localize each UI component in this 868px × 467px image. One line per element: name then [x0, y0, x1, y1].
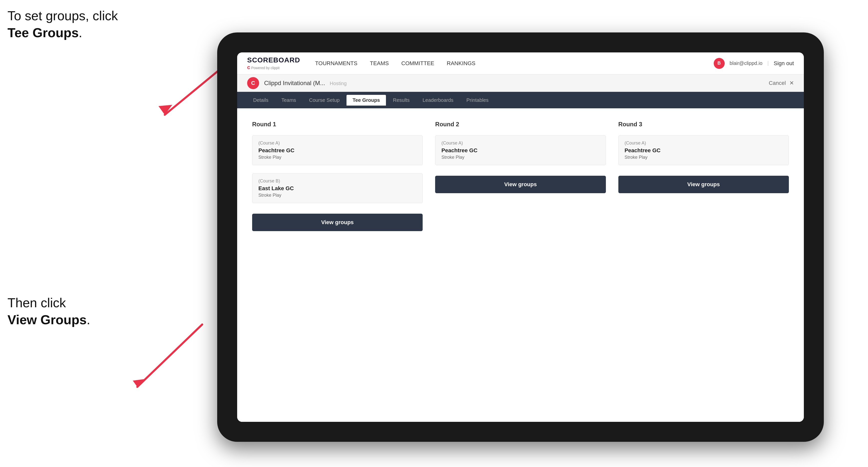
tab-course-setup[interactable]: Course Setup [303, 95, 345, 105]
navbar: SCOREBOARD cPowered by clippit TOURNAMEN… [237, 53, 804, 74]
nav-committee[interactable]: COMMITTEE [401, 58, 434, 69]
tablet-screen: SCOREBOARD cPowered by clippit TOURNAMEN… [237, 53, 804, 422]
sub-tabs: Details Teams Course Setup Tee Groups Re… [237, 92, 804, 108]
logo-area: SCOREBOARD cPowered by clippit [247, 56, 300, 71]
round-1-course-a-card: (Course A) Peachtree GC Stroke Play [252, 135, 423, 165]
nav-teams[interactable]: TEAMS [370, 58, 389, 69]
cancel-button[interactable]: Cancel ✕ [769, 80, 794, 86]
logo-text: SCOREBOARD [247, 56, 300, 64]
tournament-name: Clippd Invitational (M... Hosting [264, 80, 769, 87]
round-2-course-a-card: (Course A) Peachtree GC Stroke Play [435, 135, 606, 165]
round-2-course-a-name: Peachtree GC [441, 147, 599, 154]
round-1-course-b-format: Stroke Play [258, 193, 416, 198]
round-1-course-a-name: Peachtree GC [258, 147, 416, 154]
round-3-course-a-label: (Course A) [625, 141, 783, 146]
nav-links: TOURNAMENTS TEAMS COMMITTEE RANKINGS [315, 58, 713, 69]
round-1-course-a-label: (Course A) [258, 141, 416, 146]
round-2-course-a-format: Stroke Play [441, 155, 599, 160]
tab-teams[interactable]: Teams [275, 95, 302, 105]
round-2-section: Round 2 (Course A) Peachtree GC Stroke P… [435, 121, 606, 231]
tournament-logo: C [247, 77, 259, 89]
instruction-top: To set groups, click Tee Groups. [7, 7, 118, 41]
user-avatar: B [714, 58, 725, 69]
round-3-course-a-card: (Course A) Peachtree GC Stroke Play [618, 135, 789, 165]
tab-leaderboards[interactable]: Leaderboards [417, 95, 459, 105]
round-2-title: Round 2 [435, 121, 606, 128]
round-2-course-a-label: (Course A) [441, 141, 599, 146]
round-3-course-a-name: Peachtree GC [625, 147, 783, 154]
svg-line-2 [137, 324, 202, 387]
tab-details[interactable]: Details [247, 95, 274, 105]
tournament-bar: C Clippd Invitational (M... Hosting Canc… [237, 74, 804, 92]
rounds-grid: Round 1 (Course A) Peachtree GC Stroke P… [252, 121, 789, 231]
round-2-view-groups-button[interactable]: View groups [435, 176, 606, 193]
sign-out-link[interactable]: Sign out [774, 58, 794, 69]
round-3-title: Round 3 [618, 121, 789, 128]
nav-right: B blair@clippd.io | Sign out [714, 58, 794, 69]
round-3-section: Round 3 (Course A) Peachtree GC Stroke P… [618, 121, 789, 231]
round-1-course-b-label: (Course B) [258, 179, 416, 184]
instruction-bottom: Then click View Groups. [7, 294, 90, 328]
tab-results[interactable]: Results [387, 95, 416, 105]
nav-rankings[interactable]: RANKINGS [447, 58, 475, 69]
round-1-course-a-format: Stroke Play [258, 155, 416, 160]
round-1-course-b-name: East Lake GC [258, 185, 416, 192]
instruction-bottom-line2: View Groups. [7, 311, 90, 329]
round-1-title: Round 1 [252, 121, 423, 128]
round-3-view-groups-button[interactable]: View groups [618, 176, 789, 193]
instruction-top-line1: To set groups, click [7, 7, 118, 25]
arrow-bottom-icon [122, 322, 212, 397]
tab-tee-groups[interactable]: Tee Groups [346, 95, 386, 105]
logo: SCOREBOARD [247, 56, 300, 64]
round-1-course-b-card: (Course B) East Lake GC Stroke Play [252, 173, 423, 203]
nav-tournaments[interactable]: TOURNAMENTS [315, 58, 358, 69]
instruction-bottom-line1: Then click [7, 294, 90, 311]
logo-sub: cPowered by clippit [247, 64, 300, 71]
main-content: Round 1 (Course A) Peachtree GC Stroke P… [237, 108, 804, 422]
round-1-section: Round 1 (Course A) Peachtree GC Stroke P… [252, 121, 423, 231]
tablet-device: SCOREBOARD cPowered by clippit TOURNAMEN… [217, 32, 824, 442]
instruction-top-line2: Tee Groups. [7, 25, 118, 41]
tab-printables[interactable]: Printables [460, 95, 495, 105]
round-3-course-a-format: Stroke Play [625, 155, 783, 160]
user-email: blair@clippd.io [730, 60, 763, 66]
separator: | [767, 60, 769, 66]
round-1-view-groups-button[interactable]: View groups [252, 214, 423, 231]
